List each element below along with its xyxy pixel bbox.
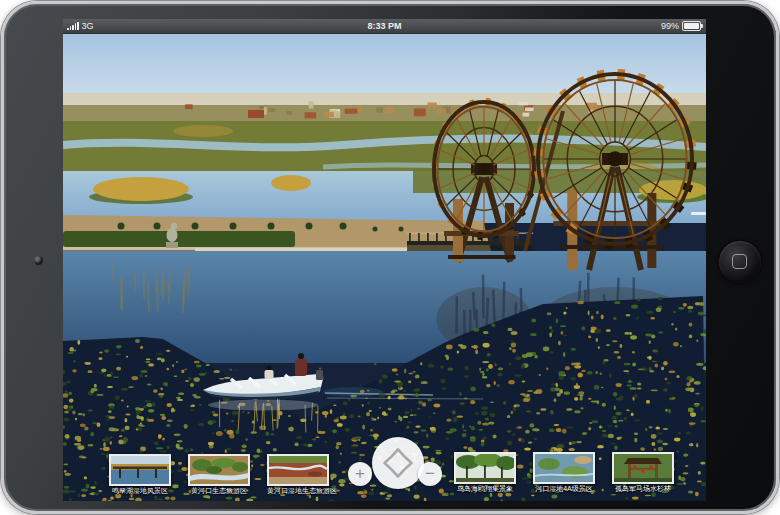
thumbnail-image xyxy=(454,452,516,484)
distant-dock xyxy=(691,212,706,215)
thumbnail-caption: 鸟岛海鸥翔集景象 xyxy=(454,485,516,493)
thumbnail-mingcui-lake[interactable]: 鸣翠湖湿地风景区 xyxy=(109,454,171,495)
zoom-out-button[interactable]: − xyxy=(418,462,442,486)
main-photo[interactable] xyxy=(63,19,706,501)
battery-percent: 99% xyxy=(661,21,679,31)
thumbnail-image xyxy=(109,454,171,486)
pan-dpad[interactable] xyxy=(372,437,424,489)
thumbnail-caption: 鸣翠湖湿地风景区 xyxy=(109,487,171,495)
chevron-up-icon xyxy=(392,450,404,457)
chevron-down-icon xyxy=(392,470,404,477)
thumbnail-horse-ranch[interactable]: 孤岛军马场水杉林 xyxy=(612,452,674,493)
thumbnail-image xyxy=(267,454,329,486)
clock: 8:33 PM xyxy=(63,21,706,31)
thumbnail-caption: 黄河口湿地生态旅游区 xyxy=(267,487,329,495)
signal-bars-icon xyxy=(67,21,79,31)
thumbnail-caption: 河口湿地4A级景区 xyxy=(533,485,595,493)
thumbnail-wetland-park[interactable]: 河口湿地4A级景区 xyxy=(533,452,595,493)
thumbnail-image xyxy=(533,452,595,484)
tablet-frame: 3G 8:33 PM 99% 鸣翠湖湿地风景区 xyxy=(1,1,779,514)
plus-icon: + xyxy=(355,465,365,482)
directional-pad-icon xyxy=(372,437,424,489)
home-button-square-icon xyxy=(732,254,747,269)
screen: 3G 8:33 PM 99% 鸣翠湖湿地风景区 xyxy=(63,19,706,501)
status-bar: 3G 8:33 PM 99% xyxy=(63,19,706,34)
thumbnail-caption: 孤岛军马场水杉林 xyxy=(612,485,674,493)
thumbnail-strip-right: 鸟岛海鸥翔集景象 河口湿地4A级景区 xyxy=(454,452,674,493)
thumbnail-estuary-wetland[interactable]: 黄河口湿地生态旅游区 xyxy=(267,454,329,495)
thumbnail-strip-left: 鸣翠湖湿地风景区 黄河口生态旅游区 黄河口湿地生态旅游区 xyxy=(109,454,329,495)
home-button[interactable] xyxy=(719,241,761,283)
minus-icon: − xyxy=(425,465,435,482)
thumbnail-image xyxy=(188,454,250,486)
chevron-left-icon xyxy=(385,457,392,469)
chevron-right-icon xyxy=(405,457,412,469)
stone-balustrade xyxy=(195,248,407,251)
thumbnail-estuary-eco-area[interactable]: 黄河口生态旅游区 xyxy=(188,454,250,495)
thumbnail-image xyxy=(612,452,674,484)
front-camera-icon xyxy=(34,256,43,265)
thumbnail-caption: 黄河口生态旅游区 xyxy=(188,487,250,495)
zoom-in-button[interactable]: + xyxy=(348,462,372,486)
battery-icon xyxy=(682,21,701,31)
thumbnail-bird-island[interactable]: 鸟岛海鸥翔集景象 xyxy=(454,452,516,493)
network-label: 3G xyxy=(82,21,94,31)
